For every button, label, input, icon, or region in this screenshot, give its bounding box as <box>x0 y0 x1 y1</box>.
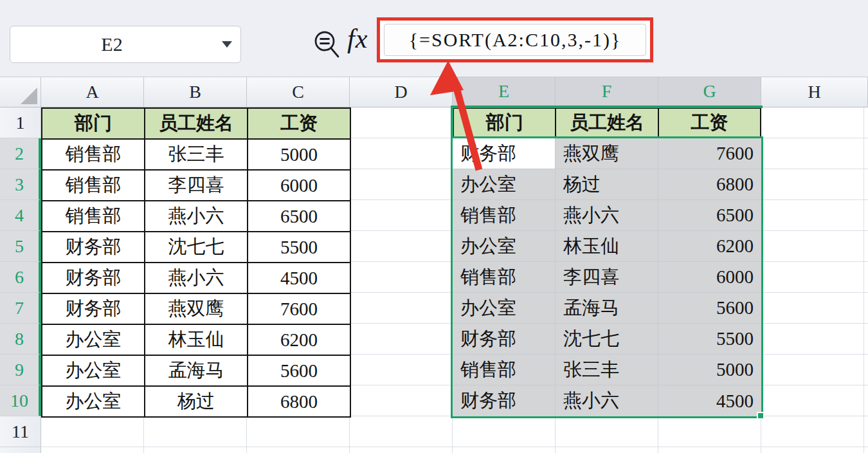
row-header-9[interactable]: 9 <box>0 355 41 385</box>
cell-C6[interactable]: 4500 <box>248 263 350 293</box>
column-header-B[interactable]: B <box>144 77 247 107</box>
cell-B7[interactable]: 燕双鹰 <box>145 293 248 324</box>
fx-button[interactable]: fx <box>347 23 368 54</box>
cell-E10[interactable]: 财务部 <box>453 385 556 416</box>
table-row: 财务部沈七七5500 <box>42 232 350 263</box>
cell-E1[interactable]: 部门 <box>454 109 556 137</box>
fill-handle[interactable] <box>757 412 764 420</box>
cell-A5[interactable]: 财务部 <box>42 232 145 263</box>
chevron-down-icon <box>222 41 232 48</box>
cell-A3[interactable]: 销售部 <box>42 170 145 201</box>
cell-B9[interactable]: 孟海马 <box>145 355 248 386</box>
table-row: 销售部燕小六6500 <box>42 201 350 232</box>
table-row: 财务部燕小六4500 <box>42 263 350 293</box>
cell-A2[interactable]: 销售部 <box>42 139 145 170</box>
cell-F6[interactable]: 李四喜 <box>556 262 658 293</box>
cell-A10[interactable]: 办公室 <box>42 386 145 417</box>
column-header-A[interactable]: A <box>41 77 144 107</box>
cell-G8[interactable]: 5500 <box>658 324 761 355</box>
cell-E4[interactable]: 销售部 <box>453 200 556 231</box>
left-table: 部门员工姓名工资销售部张三丰5000销售部李四喜6000销售部燕小六6500财务… <box>41 107 351 418</box>
cell-A1[interactable]: 部门 <box>42 108 145 139</box>
row-headers: 1234567891011 <box>0 107 41 453</box>
row-header-7[interactable]: 7 <box>0 293 41 324</box>
select-all-icon <box>21 88 37 104</box>
cell-A7[interactable]: 财务部 <box>42 293 145 324</box>
cell-C3[interactable]: 6000 <box>248 170 350 201</box>
cell-F7[interactable]: 孟海马 <box>556 293 658 324</box>
cell-E9[interactable]: 销售部 <box>453 355 556 385</box>
column-header-H[interactable]: H <box>761 77 868 107</box>
cell-B2[interactable]: 张三丰 <box>145 139 248 170</box>
cell-C10[interactable]: 6800 <box>248 386 350 417</box>
right-table-top-border <box>451 106 763 108</box>
cell-G10[interactable]: 4500 <box>658 385 761 416</box>
cell-E5[interactable]: 办公室 <box>453 231 556 262</box>
row-header-1[interactable]: 1 <box>0 107 41 138</box>
cell-C5[interactable]: 5500 <box>248 232 350 263</box>
cell-F3[interactable]: 杨过 <box>556 169 658 200</box>
cell-C7[interactable]: 7600 <box>248 293 350 324</box>
cell-B3[interactable]: 李四喜 <box>145 170 248 201</box>
cell-F5[interactable]: 林玉仙 <box>556 231 658 262</box>
cell-A9[interactable]: 办公室 <box>42 355 145 386</box>
cell-B4[interactable]: 燕小六 <box>145 201 248 232</box>
cell-A4[interactable]: 销售部 <box>42 201 145 232</box>
row-header-6[interactable]: 6 <box>0 262 41 293</box>
cell-B8[interactable]: 林玉仙 <box>145 324 248 355</box>
column-header-D[interactable]: D <box>350 77 453 107</box>
cell-C2[interactable]: 5000 <box>248 139 350 170</box>
cell-E2[interactable]: 财务部 <box>453 138 556 169</box>
cell-A6[interactable]: 财务部 <box>42 263 145 293</box>
cell-E6[interactable]: 销售部 <box>453 262 556 293</box>
search-button[interactable] <box>311 28 343 64</box>
table-row: 办公室杨过6800 <box>42 386 350 417</box>
name-box[interactable]: E2 <box>10 26 241 63</box>
cell-F9[interactable]: 张三丰 <box>556 355 658 385</box>
name-box-dropdown[interactable] <box>213 41 240 48</box>
cell-B10[interactable]: 杨过 <box>145 386 248 417</box>
cell-C9[interactable]: 5600 <box>248 355 350 386</box>
column-header-F[interactable]: F <box>556 77 658 107</box>
formula-input[interactable]: {=SORT(A2:C10,3,-1)} <box>384 24 646 56</box>
cell-E8[interactable]: 财务部 <box>453 324 556 355</box>
cell-B6[interactable]: 燕小六 <box>145 263 248 293</box>
cell-F10[interactable]: 燕小六 <box>556 385 658 416</box>
row-header-3[interactable]: 3 <box>0 169 41 200</box>
row-header-4[interactable]: 4 <box>0 200 41 231</box>
cell-A8[interactable]: 办公室 <box>42 324 145 355</box>
cell-G1[interactable]: 工资 <box>659 109 760 137</box>
right-table-left-border <box>451 106 453 138</box>
cell-G9[interactable]: 5000 <box>658 355 761 385</box>
row-header-2[interactable]: 2 <box>0 138 41 169</box>
cell-G3[interactable]: 6800 <box>658 169 761 200</box>
cell-C4[interactable]: 6500 <box>248 201 350 232</box>
cell-F1[interactable]: 员工姓名 <box>556 109 658 137</box>
cell-G7[interactable]: 5600 <box>658 293 761 324</box>
row-header-5[interactable]: 5 <box>0 231 41 262</box>
column-header-E[interactable]: E <box>453 77 556 107</box>
row-header-8[interactable]: 8 <box>0 324 41 355</box>
row-header-10[interactable]: 10 <box>0 385 41 416</box>
table-row: 部门员工姓名工资 <box>42 108 350 139</box>
cell-C8[interactable]: 6200 <box>248 324 350 355</box>
worksheet: ABCDEFGH 1234567891011 部门员工姓名工资销售部张三丰500… <box>0 77 868 453</box>
table-row: 销售部李四喜6000 <box>42 170 350 201</box>
cell-B5[interactable]: 沈七七 <box>145 232 248 263</box>
column-header-G[interactable]: G <box>658 77 761 107</box>
cell-F2[interactable]: 燕双鹰 <box>556 138 658 169</box>
cell-F8[interactable]: 沈七七 <box>556 324 658 355</box>
cell-B1[interactable]: 员工姓名 <box>145 108 248 139</box>
cell-E7[interactable]: 办公室 <box>453 293 556 324</box>
cell-E3[interactable]: 办公室 <box>453 169 556 200</box>
cell-G4[interactable]: 6500 <box>658 200 761 231</box>
column-header-C[interactable]: C <box>247 77 350 107</box>
cell-G6[interactable]: 6000 <box>658 262 761 293</box>
cell-C1[interactable]: 工资 <box>248 108 350 139</box>
row-header-11[interactable]: 11 <box>0 416 41 447</box>
cell-F4[interactable]: 燕小六 <box>556 200 658 231</box>
table-row: 办公室林玉仙6200 <box>42 324 350 355</box>
cell-G2[interactable]: 7600 <box>658 138 761 169</box>
cell-G5[interactable]: 6200 <box>658 231 761 262</box>
select-all-corner[interactable] <box>0 77 41 107</box>
